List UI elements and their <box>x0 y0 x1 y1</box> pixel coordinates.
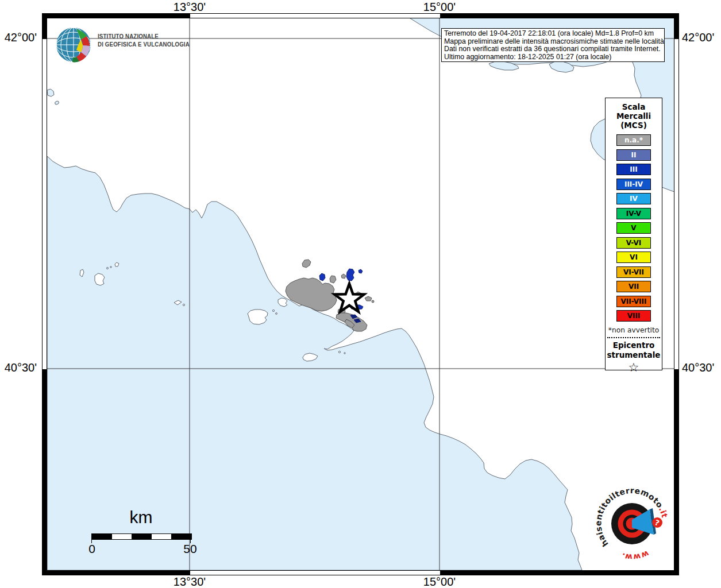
ingv-line1: ISTITUTO NAZIONALE <box>98 33 190 41</box>
map-frame-bottom <box>42 570 679 575</box>
event-info-box: Terremoto del 19-04-2017 22:18:01 (ora l… <box>441 28 665 62</box>
legend-item-na: n.a.* <box>616 134 651 146</box>
legend-item-v: V <box>616 222 651 234</box>
ingv-logo-text: ISTITUTO NAZIONALE DI GEOFISICA E VULCAN… <box>98 33 190 48</box>
event-subtitle: Mappa preliminare delle intensità macros… <box>444 38 662 46</box>
map-page: 13°30' 15°00' 13°30' 15°00' 42°00' 40°30… <box>0 0 721 588</box>
legend-footnote: *non avvertito <box>608 326 659 334</box>
epicenter-legend-label: Epicentro strumentale <box>607 341 661 360</box>
map-canvas <box>47 18 674 570</box>
legend-item-iiiiv: III-IV <box>616 179 651 190</box>
ingv-globe-icon <box>56 27 92 64</box>
axis-label-left-bottom: 40°30' <box>0 361 37 374</box>
scale-bar-unit: km <box>91 508 191 527</box>
logo-www-text: www. <box>620 549 650 562</box>
map-frame-top <box>42 13 679 18</box>
legend-item-iv: IV <box>616 193 651 204</box>
map-frame-right <box>674 13 679 575</box>
axis-label-top-left: 13°30' <box>173 1 206 14</box>
legend-item-viiviii: VII-VIII <box>616 296 651 307</box>
legend-item-iii: III <box>616 164 651 175</box>
axis-label-bottom-right: 15°00' <box>423 575 456 588</box>
scale-bar-end: 50 <box>182 542 198 556</box>
event-last-update: Ultimo aggiornamento: 18-12-2025 01:27 (… <box>444 53 662 61</box>
scale-bar <box>91 533 192 540</box>
event-title: Terremoto del 19-04-2017 22:18:01 (ora l… <box>444 30 662 38</box>
ingv-line2: DI GEOFISICA E VULCANOLOGIA <box>98 41 190 49</box>
scale-bar-start: 0 <box>86 542 98 556</box>
legend-items: n.a.*IIIIIIII-IVIVIV-VVV-VIVIVI-VIIVIIVI… <box>616 134 651 322</box>
event-data-note: Dati non verificati estratti da 36 quest… <box>444 45 662 53</box>
legend-item-vvi: V-VI <box>616 237 651 249</box>
legend-item-ii: II <box>616 149 651 161</box>
axis-label-right-bottom: 40°30' <box>682 361 714 374</box>
legend-item-vii: VII <box>616 281 651 292</box>
legend-item-viii: VIII <box>616 310 651 322</box>
axis-label-bottom-left: 13°30' <box>173 575 206 588</box>
legend-item-ivv: IV-V <box>616 208 651 219</box>
map-frame-left <box>42 13 47 575</box>
haisentitoilterremoto-logo: ? haisentitoilterremoto.it www. <box>591 482 674 566</box>
legend-title: Scala Mercalli (MCS) <box>616 102 651 130</box>
axis-label-left-top: 42°00' <box>0 31 37 44</box>
axis-label-top-right: 15°00' <box>423 1 456 14</box>
legend-divider <box>607 337 660 338</box>
intensity-legend: Scala Mercalli (MCS) n.a.*IIIIIIII-IVIVI… <box>605 98 662 370</box>
axis-label-right-top: 42°00' <box>682 31 714 44</box>
legend-item-vivii: VI-VII <box>616 266 651 278</box>
legend-item-vi: VI <box>616 252 651 263</box>
epicenter-legend-star-icon: ☆ <box>629 361 639 374</box>
